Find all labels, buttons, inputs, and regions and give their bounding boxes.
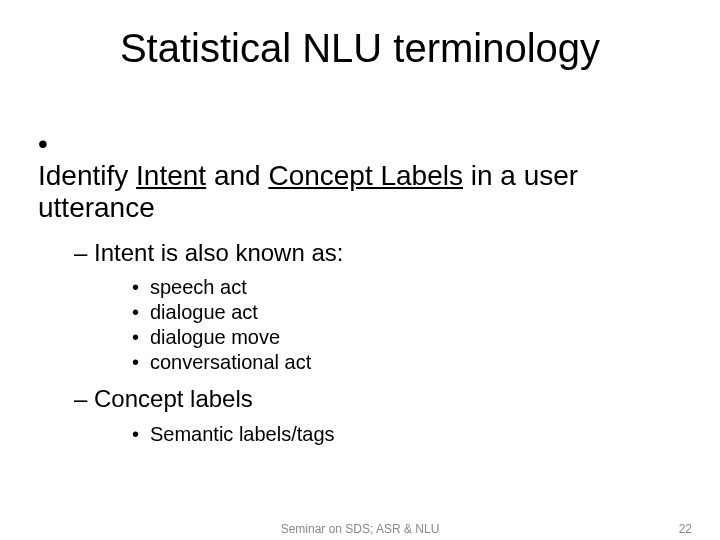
bullet-text: Concept labels: [94, 385, 253, 412]
bullet-text: Intent is also known as:: [94, 239, 343, 266]
bullet-text: dialogue act: [150, 301, 258, 323]
dash-icon: –: [74, 239, 94, 268]
bullet-level3: •conversational act: [132, 350, 680, 375]
bullet-level2: –Intent is also known as:: [74, 239, 680, 268]
bullet-text: conversational act: [150, 351, 311, 373]
bullet-dot-icon: •: [132, 422, 150, 447]
bullet-level3: •dialogue act: [132, 300, 680, 325]
slide: Statistical NLU terminology • Identify I…: [0, 0, 720, 540]
level3-group: •Semantic labels/tags: [38, 422, 680, 447]
bullet-text: Identify Intent and Concept Labels in a …: [38, 160, 654, 224]
bullet-level3: •speech act: [132, 275, 680, 300]
bullet-level3: •Semantic labels/tags: [132, 422, 680, 447]
bullet-level2: –Concept labels: [74, 385, 680, 414]
slide-title: Statistical NLU terminology: [0, 26, 720, 71]
dash-icon: –: [74, 385, 94, 414]
level3-group: •speech act •dialogue act •dialogue move…: [38, 275, 680, 375]
underlined-term: Concept Labels: [268, 160, 463, 191]
bullet-level3: •dialogue move: [132, 325, 680, 350]
slide-number: 22: [679, 522, 692, 536]
bullet-text: speech act: [150, 276, 247, 298]
slide-body: • Identify Intent and Concept Labels in …: [38, 128, 680, 457]
bullet-dot-icon: •: [132, 275, 150, 300]
bullet-text: dialogue move: [150, 326, 280, 348]
bullet-dot-icon: •: [132, 325, 150, 350]
bullet-dot-icon: •: [132, 350, 150, 375]
text-fragment: and: [206, 160, 268, 191]
bullet-dot-icon: •: [38, 128, 60, 160]
bullet-dot-icon: •: [132, 300, 150, 325]
text-fragment: Identify: [38, 160, 136, 191]
bullet-text: Semantic labels/tags: [150, 423, 335, 445]
underlined-term: Intent: [136, 160, 206, 191]
bullet-level1: • Identify Intent and Concept Labels in …: [38, 128, 680, 225]
footer-center-text: Seminar on SDS; ASR & NLU: [0, 522, 720, 536]
